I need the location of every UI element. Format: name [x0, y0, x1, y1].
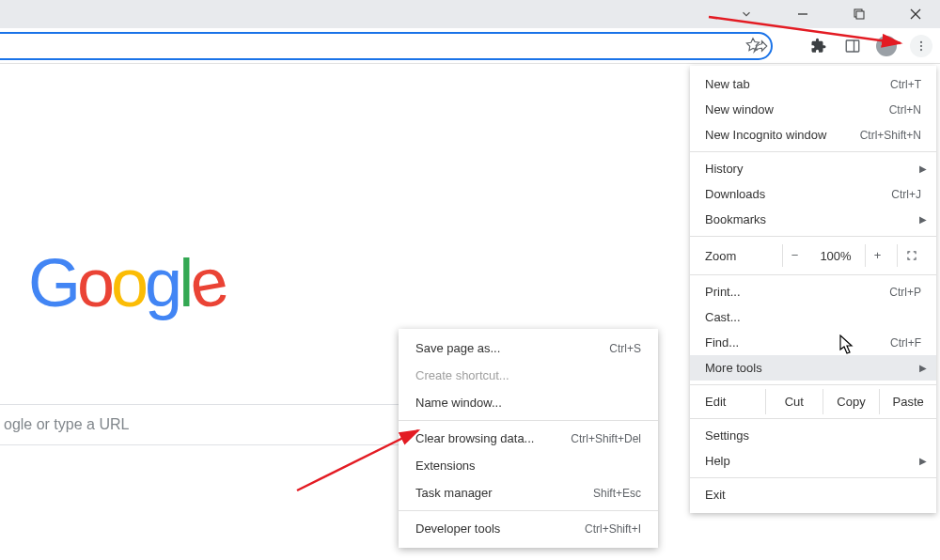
more-menu-button[interactable] — [910, 35, 932, 57]
zoom-out-button[interactable]: − — [782, 244, 807, 267]
menu-exit[interactable]: Exit — [690, 482, 936, 507]
submenu-create-shortcut: Create shortcut... — [399, 362, 658, 389]
sidepanel-icon[interactable] — [842, 36, 863, 56]
menu-print[interactable]: Print...Ctrl+P — [690, 279, 936, 304]
edit-paste[interactable]: Paste — [879, 389, 936, 414]
menu-more-tools[interactable]: More tools▶ — [690, 355, 936, 381]
more-tools-submenu: Save page as...Ctrl+S Create shortcut...… — [399, 329, 658, 548]
menu-cast[interactable]: Cast... — [690, 304, 936, 330]
browser-toolbar — [0, 28, 940, 64]
menu-bookmarks[interactable]: Bookmarks▶ — [690, 207, 936, 232]
svg-point-7 — [920, 40, 922, 42]
edit-cut[interactable]: Cut — [765, 389, 822, 414]
close-button[interactable] — [899, 0, 932, 28]
submenu-developer-tools[interactable]: Developer toolsCtrl+Shift+I — [399, 515, 658, 542]
menu-new-incognito[interactable]: New Incognito windowCtrl+Shift+N — [690, 122, 936, 148]
menu-history[interactable]: History▶ — [690, 156, 936, 181]
menu-settings[interactable]: Settings — [690, 423, 936, 448]
menu-new-window[interactable]: New windowCtrl+N — [690, 97, 936, 122]
menu-help[interactable]: Help▶ — [690, 448, 936, 474]
search-box[interactable]: ogle or type a URL — [0, 404, 423, 445]
google-logo: Google — [28, 244, 224, 321]
window-titlebar — [0, 0, 940, 28]
svg-point-9 — [920, 49, 922, 51]
menu-new-tab[interactable]: New tabCtrl+T — [690, 71, 936, 97]
bookmark-star-icon[interactable] — [744, 36, 761, 55]
profile-avatar[interactable] — [876, 36, 897, 56]
zoom-in-button[interactable]: + — [865, 244, 889, 267]
menu-downloads[interactable]: DownloadsCtrl+J — [690, 181, 936, 207]
main-menu: New tabCtrl+T New windowCtrl+N New Incog… — [690, 66, 936, 513]
fullscreen-button[interactable] — [897, 244, 925, 267]
submenu-clear-browsing-data[interactable]: Clear browsing data...Ctrl+Shift+Del — [399, 425, 658, 452]
minimize-button[interactable] — [786, 0, 820, 28]
tab-dropdown-icon[interactable] — [729, 0, 763, 28]
svg-point-8 — [920, 44, 922, 46]
edit-copy[interactable]: Copy — [822, 389, 880, 414]
menu-edit-row: Edit Cut Copy Paste — [690, 389, 936, 414]
svg-rect-5 — [846, 40, 859, 52]
submenu-name-window[interactable]: Name window... — [399, 389, 658, 416]
submenu-extensions[interactable]: Extensions — [399, 452, 658, 479]
submenu-save-page[interactable]: Save page as...Ctrl+S — [399, 334, 658, 362]
address-bar[interactable] — [0, 32, 773, 60]
zoom-percent: 100% — [814, 249, 857, 263]
submenu-task-manager[interactable]: Task managerShift+Esc — [399, 479, 658, 506]
svg-rect-2 — [856, 11, 864, 19]
maximize-button[interactable] — [842, 0, 876, 28]
menu-zoom: Zoom − 100% + — [690, 241, 936, 271]
extensions-icon[interactable] — [808, 36, 829, 56]
search-placeholder: ogle or type a URL — [4, 416, 129, 433]
menu-find[interactable]: Find...Ctrl+F — [690, 330, 936, 355]
